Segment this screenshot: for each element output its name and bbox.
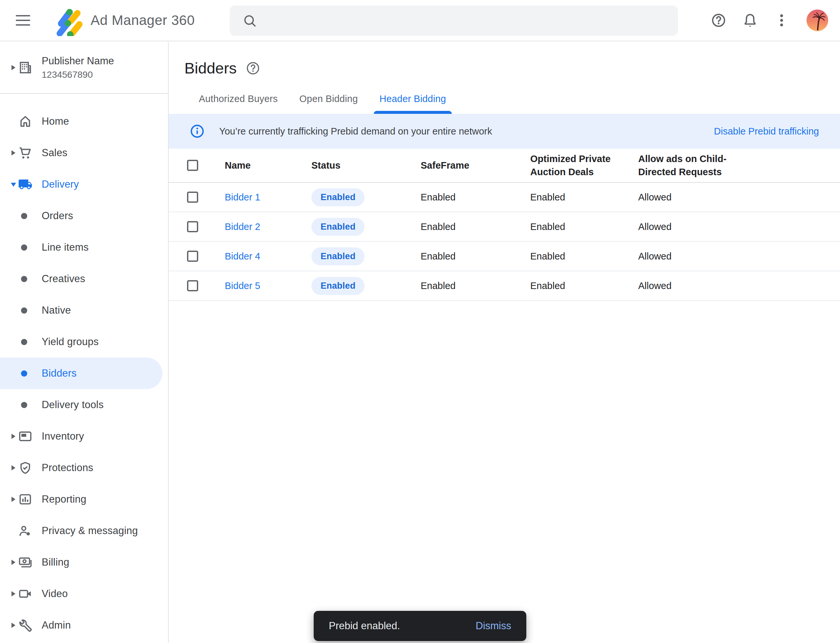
safeframe-value: Enabled: [421, 192, 530, 203]
sidebar-item-inventory[interactable]: Inventory: [0, 421, 168, 452]
column-header-safeframe: SafeFrame: [421, 159, 530, 172]
bidder-link[interactable]: Bidder 5: [225, 281, 260, 291]
tab-authorized-buyers[interactable]: Authorized Buyers: [190, 93, 286, 114]
bullet-icon: [21, 402, 27, 408]
table-row: Bidder 4 Enabled Enabled Enabled Allowed: [169, 242, 840, 271]
sidebar-item-native[interactable]: Native: [0, 295, 168, 326]
optimized-private-auction-deals-value: Enabled: [530, 222, 638, 232]
bar-chart-icon: [18, 492, 33, 506]
bidder-link[interactable]: Bidder 2: [225, 222, 260, 232]
sidebar: Publisher Name 1234567890 Home Sales Del…: [0, 42, 169, 643]
status-badge: Enabled: [311, 277, 364, 295]
page-title: Bidders: [185, 59, 237, 77]
search-bar[interactable]: [230, 6, 678, 36]
bell-icon: [742, 13, 758, 28]
child-directed-value: Allowed: [638, 281, 840, 291]
cart-icon: [18, 146, 33, 160]
hamburger-menu-icon[interactable]: [16, 11, 34, 29]
sidebar-item-delivery[interactable]: Delivery: [0, 169, 168, 200]
wrench-icon: [18, 618, 33, 633]
building-icon: [18, 60, 33, 75]
bidder-link[interactable]: Bidder 1: [225, 192, 260, 202]
banner-message: You’re currently trafficking Prebid dema…: [219, 126, 492, 137]
overflow-menu-button[interactable]: [773, 12, 790, 29]
sidebar-item-sales[interactable]: Sales: [0, 137, 168, 169]
tab-header-bidding[interactable]: Header Bidding: [371, 93, 455, 114]
truck-icon: [18, 177, 33, 192]
publisher-id: 1234567890: [42, 69, 114, 81]
collapse-arrow-icon: [11, 183, 16, 187]
row-checkbox[interactable]: [187, 280, 198, 291]
publisher-switcher[interactable]: Publisher Name 1234567890: [0, 42, 168, 94]
sidebar-item-protections[interactable]: Protections: [0, 452, 168, 483]
safeframe-value: Enabled: [421, 251, 530, 262]
sidebar-item-bidders[interactable]: Bidders: [0, 357, 162, 389]
tab-bar: Authorized Buyers Open Bidding Header Bi…: [190, 93, 840, 114]
sidebar-item-home[interactable]: Home: [0, 106, 168, 137]
sidebar-item-privacy-messaging[interactable]: Privacy & messaging: [0, 515, 168, 547]
payments-icon: [18, 555, 33, 570]
child-directed-value: Allowed: [638, 192, 840, 203]
dismiss-button[interactable]: Dismiss: [476, 620, 512, 632]
search-input[interactable]: [257, 6, 678, 36]
toast-message: Prebid enabled.: [329, 620, 400, 632]
info-icon: [190, 124, 205, 139]
column-header-optimized-private-auction-deals: Optimized Private Auction Deals: [530, 152, 614, 178]
sidebar-item-orders[interactable]: Orders: [0, 200, 168, 232]
vertical-dots-icon: [774, 13, 789, 28]
status-badge: Enabled: [311, 247, 364, 265]
home-icon: [18, 114, 33, 129]
bullet-icon: [21, 276, 27, 282]
search-icon: [242, 13, 257, 28]
sidebar-item-reporting[interactable]: Reporting: [0, 483, 168, 515]
help-button[interactable]: [710, 12, 727, 29]
row-checkbox[interactable]: [187, 221, 198, 232]
sidebar-item-line-items[interactable]: Line items: [0, 232, 168, 263]
optimized-private-auction-deals-value: Enabled: [530, 251, 638, 262]
expand-arrow-icon: [11, 150, 15, 155]
expand-arrow-icon: [11, 623, 15, 628]
person-privacy-icon: [18, 524, 33, 538]
child-directed-value: Allowed: [638, 251, 840, 262]
sidebar-item-delivery-tools[interactable]: Delivery tools: [0, 389, 168, 421]
disable-prebid-trafficking-link[interactable]: Disable Prebid trafficking: [714, 126, 819, 137]
app-bar: Ad Manager 360: [0, 0, 840, 41]
column-header-status: Status: [311, 159, 421, 172]
select-all-checkbox[interactable]: [187, 160, 198, 171]
table-header-row: Name Status SafeFrame Optimized Private …: [169, 149, 840, 183]
bullet-icon: [21, 370, 27, 377]
video-camera-icon: [18, 587, 33, 601]
bullet-icon: [21, 307, 27, 313]
main-content: Bidders Authorized Buyers Open Bidding H…: [169, 42, 840, 643]
snackbar-toast: Prebid enabled. Dismiss: [314, 611, 526, 641]
sidebar-item-creatives[interactable]: Creatives: [0, 263, 168, 295]
notifications-button[interactable]: [742, 12, 758, 29]
help-icon: [711, 13, 726, 28]
safeframe-value: Enabled: [421, 281, 530, 291]
status-badge: Enabled: [311, 218, 364, 236]
bullet-icon: [21, 213, 27, 219]
expand-arrow-icon: [11, 65, 15, 70]
sidebar-item-admin[interactable]: Admin: [0, 610, 168, 641]
sidebar-item-video[interactable]: Video: [0, 578, 168, 610]
expand-arrow-icon: [11, 497, 15, 502]
palm-tree-avatar-image: [807, 10, 828, 31]
sidebar-item-yield-groups[interactable]: Yield groups: [0, 326, 168, 357]
column-header-name: Name: [225, 159, 311, 172]
page-help-icon[interactable]: [246, 61, 260, 75]
account-avatar[interactable]: [807, 10, 828, 31]
expand-arrow-icon: [11, 560, 15, 565]
prebid-info-banner: You’re currently trafficking Prebid dema…: [169, 114, 840, 149]
row-checkbox[interactable]: [187, 192, 198, 203]
optimized-private-auction-deals-value: Enabled: [530, 192, 638, 203]
shield-check-icon: [18, 460, 33, 475]
safeframe-value: Enabled: [421, 222, 530, 232]
row-checkbox[interactable]: [187, 251, 198, 262]
bullet-icon: [21, 339, 27, 345]
optimized-private-auction-deals-value: Enabled: [530, 281, 638, 291]
table-row: Bidder 2 Enabled Enabled Enabled Allowed: [169, 212, 840, 242]
sidebar-item-billing[interactable]: Billing: [0, 547, 168, 578]
bidder-link[interactable]: Bidder 4: [225, 251, 260, 261]
tab-open-bidding[interactable]: Open Bidding: [291, 93, 366, 114]
expand-arrow-icon: [11, 465, 15, 470]
